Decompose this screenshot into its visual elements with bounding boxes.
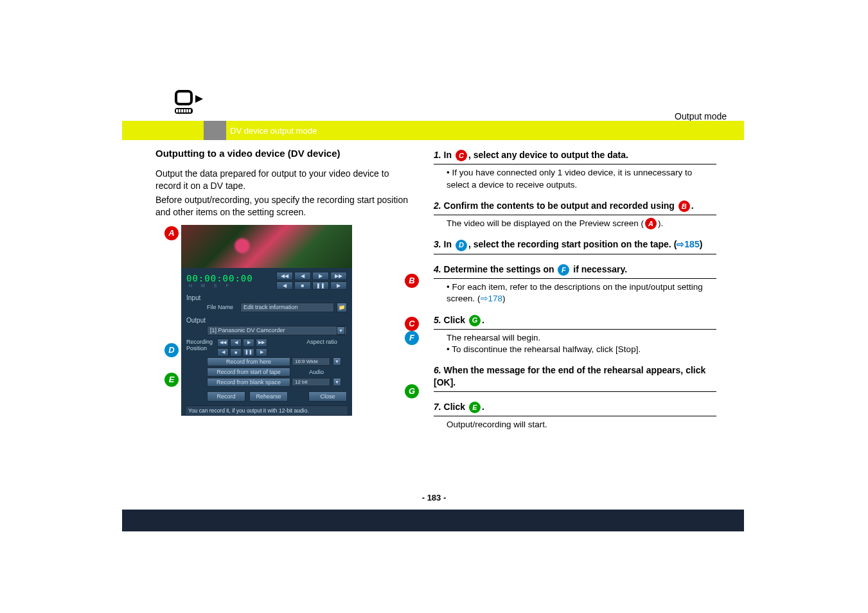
svg-rect-2: [176, 109, 178, 112]
svg-rect-3: [179, 109, 181, 112]
recpos-label: Recording Position: [186, 339, 217, 351]
rec-step-back-button[interactable]: ◀: [217, 348, 229, 357]
step-5-num: 5.: [434, 315, 441, 325]
callout-b: B: [405, 274, 419, 288]
callout-d-inline: D: [456, 240, 467, 251]
filename-field[interactable]: Edit track information: [240, 303, 334, 312]
rec-pause-button[interactable]: ❚❚: [243, 348, 254, 357]
step-4-body: • For each item, refer to the descriptio…: [447, 281, 716, 305]
callout-d: D: [164, 343, 179, 357]
record-from-start-button[interactable]: Record from start of tape: [207, 368, 290, 377]
play-button[interactable]: ▶: [312, 272, 329, 280]
ffwd-button[interactable]: ▶▶: [330, 272, 347, 280]
audio-label: Audio: [292, 369, 341, 375]
svg-rect-6: [186, 109, 188, 112]
rehearse-button[interactable]: Rehearse: [249, 391, 288, 402]
aspect-value[interactable]: 16:9 Wide: [292, 357, 330, 366]
rec-prev-button[interactable]: ◀: [230, 339, 242, 347]
svg-rect-5: [184, 109, 186, 112]
step-3-num: 3.: [434, 239, 441, 249]
callout-e: E: [164, 373, 179, 387]
svg-rect-0: [176, 91, 191, 104]
chevron-down-icon[interactable]: ▼: [333, 357, 341, 366]
rec-ffwd-button[interactable]: ▶▶: [256, 339, 267, 347]
step-back-button[interactable]: ◀: [276, 281, 293, 290]
step-1-body: • If you have connected only 1 video dev…: [447, 167, 716, 190]
rewind-button[interactable]: ◀◀: [276, 272, 293, 280]
rec-stop-button[interactable]: ■: [230, 348, 242, 357]
intro-para-1: Output the data prepared for output to y…: [155, 168, 412, 192]
close-button[interactable]: Close: [308, 391, 347, 402]
callout-c: C: [405, 317, 419, 331]
step-2-body: The video will be displayed on the Previ…: [447, 218, 716, 229]
callout-c-inline: C: [456, 150, 467, 161]
rec-step-fwd-button[interactable]: ▶: [256, 348, 267, 357]
logo-icon: [173, 90, 206, 118]
prev-button[interactable]: ◀: [294, 272, 311, 280]
chevron-down-icon[interactable]: ▼: [333, 378, 341, 386]
stop-button[interactable]: ■: [294, 281, 311, 290]
rec-play-button[interactable]: ▶: [243, 339, 254, 347]
preview-area: [181, 225, 352, 268]
header-bar: DV device output mode: [122, 121, 744, 140]
callout-a-inline: A: [645, 218, 657, 229]
callout-a: A: [164, 226, 179, 240]
step-7-body: Output/recording will start.: [447, 419, 716, 431]
svg-rect-7: [189, 109, 191, 112]
step-5-body: The rehearsal will begin. • To discontin…: [447, 332, 716, 355]
device-dropdown[interactable]: [1] Panasonic DV Camcorder▼: [207, 326, 347, 335]
record-from-blank-button[interactable]: Record from blank space: [207, 378, 290, 387]
record-button[interactable]: Record: [207, 391, 245, 402]
rec-rewind-button[interactable]: ◀◀: [217, 339, 229, 347]
step-7-num: 7.: [434, 402, 441, 412]
callout-g-inline: G: [469, 315, 481, 326]
page-number: - 183 -: [0, 493, 868, 502]
audio-value[interactable]: 12 bit: [292, 378, 330, 386]
step-1-num: 1.: [434, 150, 441, 160]
input-section-label: Input: [181, 292, 352, 302]
chevron-down-icon: ▼: [337, 326, 345, 335]
step-2-num: 2.: [434, 200, 441, 211]
breadcrumb-text: DV device output mode: [230, 126, 317, 136]
callout-f: F: [405, 331, 419, 345]
record-from-here-button[interactable]: Record from here: [207, 357, 290, 366]
footer-strip: [122, 510, 744, 531]
step-6-num: 6.: [434, 365, 441, 375]
svg-rect-4: [181, 109, 183, 112]
page-ref-178[interactable]: 178: [488, 294, 503, 303]
page-ref-185[interactable]: 185: [684, 239, 699, 249]
browse-button[interactable]: 📁: [337, 303, 347, 312]
mode-label: Output mode: [675, 111, 727, 121]
aspect-label: Aspect ratio: [297, 339, 347, 345]
callout-e-inline: E: [469, 402, 481, 413]
callout-g: G: [405, 384, 419, 398]
section-title: Outputting to a video device (DV device): [155, 148, 412, 159]
callout-f-inline: F: [558, 264, 569, 276]
step-fwd-button[interactable]: ▶: [330, 281, 347, 290]
timecode: 00:00:00:00: [186, 273, 253, 283]
filename-label: File Name: [207, 304, 238, 310]
settings-screenshot: 00:00:00:00 H M S F ◀◀ ◀ ▶ ▶▶: [181, 225, 352, 416]
status-bar: You can record it, if you output it with…: [185, 405, 348, 416]
output-section-label: Output: [181, 315, 352, 324]
callout-b-inline: B: [678, 200, 690, 212]
intro-para-2: Before output/recording, you specify the…: [155, 194, 412, 218]
step-4-num: 4.: [434, 264, 441, 274]
pause-button[interactable]: ❚❚: [312, 281, 329, 290]
